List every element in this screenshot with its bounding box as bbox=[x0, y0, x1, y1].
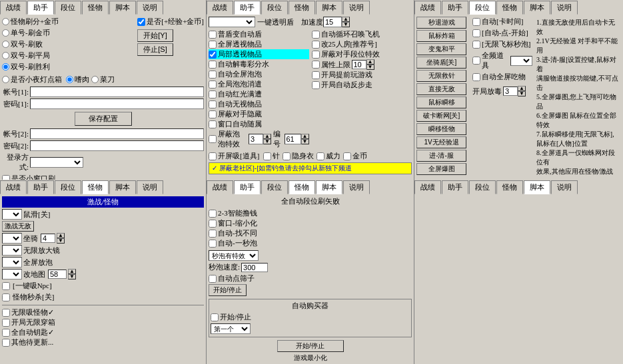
tab-怪物-tl[interactable]: 怪物 bbox=[82, 1, 109, 15]
btn-start-stop[interactable]: 开始/停止 bbox=[209, 284, 247, 296]
cb-instant-bubble[interactable] bbox=[209, 240, 217, 248]
select-mount[interactable] bbox=[2, 233, 22, 244]
btn-退出游戏[interactable]: 秒退游戏 bbox=[416, 17, 466, 29]
cb-infinite-absorb[interactable] bbox=[2, 309, 10, 317]
cb-all-items[interactable] bbox=[472, 57, 480, 65]
tab-战绩-br[interactable]: 战绩 bbox=[414, 180, 441, 194]
radio-nightlamp[interactable] bbox=[2, 76, 9, 83]
tab-脚本-tm[interactable]: 脚本 bbox=[316, 1, 342, 15]
checkbox-exp-coin[interactable] bbox=[137, 18, 145, 26]
mount-down[interactable]: ▼ bbox=[57, 238, 65, 244]
bianhao-down[interactable]: ▼ bbox=[301, 139, 309, 144]
tab-段位-tr[interactable]: 段位 bbox=[469, 1, 496, 15]
tab-助手-bl[interactable]: 助手 bbox=[27, 180, 54, 194]
small-window-checkbox[interactable] bbox=[2, 175, 10, 180]
cb-coin[interactable] bbox=[343, 152, 351, 160]
cb-monster-kill[interactable] bbox=[2, 293, 10, 301]
cb-smart-money[interactable] bbox=[209, 210, 217, 218]
btn-game-min[interactable]: 开始/停止 bbox=[277, 340, 344, 352]
tab-段位-bm[interactable]: 段位 bbox=[261, 180, 288, 194]
tab-脚本-tr[interactable]: 脚本 bbox=[524, 1, 550, 15]
cb-block-effect[interactable] bbox=[312, 51, 320, 59]
tab-脚本-bm[interactable]: 脚本 bbox=[316, 180, 342, 194]
cb-auto-start[interactable] bbox=[472, 29, 480, 37]
tab-助手-tm[interactable]: 助手 bbox=[234, 1, 261, 15]
poison-down[interactable]: ▼ bbox=[518, 91, 526, 96]
tab-段位-br[interactable]: 段位 bbox=[469, 180, 496, 194]
bubble-down[interactable]: ▼ bbox=[263, 139, 271, 144]
radio-monster-score[interactable] bbox=[2, 18, 9, 25]
tab-战绩-bl[interactable]: 战绩 bbox=[0, 180, 27, 194]
cb-local-trans[interactable] bbox=[209, 51, 217, 59]
account2-input[interactable] bbox=[30, 128, 204, 139]
cb-power[interactable] bbox=[316, 152, 324, 160]
tab-脚本-tl[interactable]: 脚本 bbox=[109, 1, 136, 15]
radio-single-coin[interactable] bbox=[2, 29, 9, 37]
tab-怪物-tm[interactable]: 怪物 bbox=[289, 1, 315, 15]
radio-double-loss[interactable] bbox=[2, 41, 9, 48]
mount-num[interactable] bbox=[41, 234, 55, 243]
cb-absorb-npc[interactable] bbox=[2, 282, 10, 290]
cb-auto-key[interactable] bbox=[2, 329, 10, 337]
tab-助手-br[interactable]: 助手 bbox=[442, 180, 468, 194]
cb-auto-eat[interactable] bbox=[472, 73, 480, 81]
tab-段位-bl[interactable]: 段位 bbox=[55, 180, 81, 194]
special-bubble-select[interactable]: 秒泡有特效 bbox=[209, 250, 259, 261]
attr-limit-input[interactable] bbox=[352, 60, 366, 69]
auto-shield-dropdown[interactable] bbox=[209, 17, 255, 27]
tab-段位-tm[interactable]: 段位 bbox=[261, 1, 288, 15]
tab-脚本-br[interactable]: 脚本 bbox=[524, 180, 550, 194]
btn-破卡断网[interactable]: 破卡断网[关] bbox=[416, 110, 466, 122]
map-down[interactable]: ▼ bbox=[68, 274, 76, 279]
stop-button[interactable]: 停止[S] bbox=[137, 43, 173, 56]
login-method-select[interactable] bbox=[30, 157, 83, 168]
btn-变鬼和平[interactable]: 变鬼和平 bbox=[416, 43, 466, 55]
tab-怪物-tr[interactable]: 怪物 bbox=[496, 1, 523, 15]
items-select[interactable] bbox=[510, 56, 532, 66]
bubble-speed-input[interactable] bbox=[241, 263, 268, 272]
cb-auto-red[interactable] bbox=[209, 91, 217, 98]
tab-段位-tl[interactable]: 段位 bbox=[55, 1, 81, 15]
btn-激战无敌[interactable]: 激战无敌 bbox=[2, 221, 34, 232]
map-num[interactable] bbox=[48, 270, 67, 279]
first-option-select[interactable]: 第一个 bbox=[211, 323, 251, 334]
tab-战绩-tm[interactable]: 战绩 bbox=[207, 1, 233, 15]
cb-attr-limit[interactable] bbox=[312, 61, 320, 69]
cb-auto-backstep[interactable] bbox=[312, 81, 320, 89]
cb-auto-detox[interactable] bbox=[209, 61, 217, 69]
tab-怪物-bm[interactable]: 怪物 bbox=[289, 180, 315, 194]
cb-25room[interactable] bbox=[312, 41, 320, 49]
cb-needle[interactable] bbox=[263, 152, 271, 160]
tab-助手-tr[interactable]: 助手 bbox=[442, 1, 468, 15]
btn-无限救针[interactable]: 无限救针 bbox=[416, 70, 466, 82]
password2-input[interactable] bbox=[30, 140, 204, 151]
btn-鼠标瞬移[interactable]: 鼠标瞬移 bbox=[416, 96, 466, 108]
btn-鼠标炸箱[interactable]: 鼠标炸箱 bbox=[416, 30, 466, 42]
cb-auto-time[interactable] bbox=[472, 18, 480, 26]
cb-no-item[interactable] bbox=[209, 100, 217, 108]
cb-auto-window[interactable] bbox=[209, 120, 217, 128]
open-poison-input[interactable] bbox=[503, 87, 518, 96]
cb-find-diff[interactable] bbox=[209, 230, 217, 238]
select-magnify[interactable] bbox=[2, 245, 22, 256]
tab-说明-br[interactable]: 说明 bbox=[551, 180, 578, 194]
tab-说明-bl[interactable]: 说明 bbox=[137, 180, 163, 194]
tab-战绩-tr[interactable]: 战绩 bbox=[414, 1, 441, 15]
tab-怪物-br[interactable]: 怪物 bbox=[496, 180, 523, 194]
cb-auto-bubble[interactable] bbox=[209, 71, 217, 79]
btn-1v无经验退[interactable]: 1V无经验退 bbox=[416, 136, 466, 148]
select-mouse-slide[interactable] bbox=[2, 209, 22, 220]
password1-input[interactable] bbox=[30, 98, 204, 109]
tab-助手-bm[interactable]: 助手 bbox=[234, 180, 261, 194]
cb-invisible[interactable] bbox=[283, 152, 291, 160]
cb-block-bubble[interactable] bbox=[209, 135, 217, 143]
btn-进清服[interactable]: 进-清-服 bbox=[416, 150, 466, 162]
radio-meat[interactable] bbox=[66, 76, 73, 83]
btn-全屏爆图[interactable]: 全屏爆图 bbox=[416, 163, 466, 175]
cb-auto-dice[interactable] bbox=[209, 275, 217, 283]
btn-瞬移怪物[interactable]: 瞬移怪物 bbox=[416, 123, 466, 135]
cb-more-updates[interactable] bbox=[2, 339, 10, 347]
cb-early-play[interactable] bbox=[312, 71, 320, 79]
cb-infinite-dart[interactable] bbox=[472, 41, 480, 49]
cb-block-hide[interactable] bbox=[209, 110, 217, 118]
